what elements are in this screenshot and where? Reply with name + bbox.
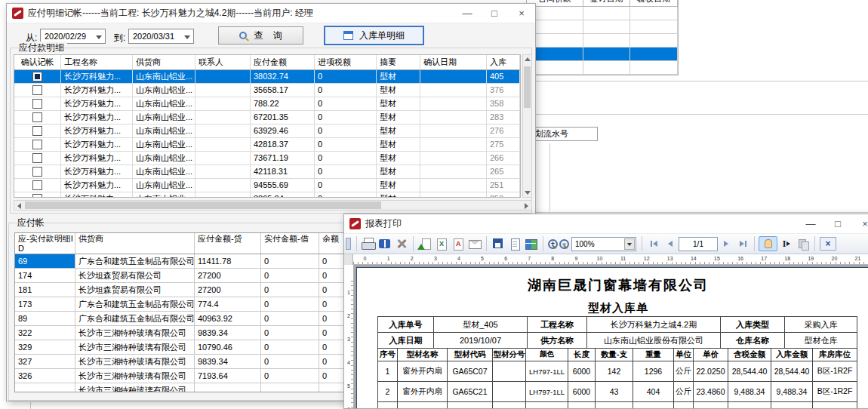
cell[interactable]: 174	[15, 269, 75, 282]
cell[interactable]: 788.22	[251, 97, 315, 110]
column-header[interactable]: 进项税额	[315, 55, 377, 69]
cell[interactable]	[420, 97, 487, 110]
cell[interactable]: 长沙市三湘特种玻璃有限公司	[75, 369, 195, 383]
cell[interactable]: 山东南山铝业...	[133, 84, 195, 97]
table-row[interactable]	[527, 48, 678, 61]
save-icon[interactable]	[491, 237, 506, 251]
cell[interactable]: 型材	[377, 125, 420, 137]
cell[interactable]: 0	[315, 179, 377, 192]
minimize-button[interactable]: —	[454, 4, 481, 23]
table-row[interactable]	[527, 7, 678, 20]
maximize-button[interactable]: □	[481, 4, 508, 23]
table-row[interactable]: 89 广东合和建筑五金制品有限公司 40963.92 0 0	[15, 312, 346, 326]
prev-page-button[interactable]	[662, 237, 679, 251]
cell[interactable]: 251	[487, 179, 520, 192]
table-row[interactable]: 174 长沙坦森贸易有限公司 27200 0 0	[15, 269, 346, 283]
cell[interactable]: 长沙万科魅力...	[61, 138, 133, 151]
cell[interactable]	[420, 165, 487, 178]
cell[interactable]: 长沙坦森贸易有限公司	[75, 283, 195, 297]
cell[interactable]: 0	[315, 165, 377, 178]
cell[interactable]	[420, 138, 487, 151]
zoom-out-icon[interactable]: −	[559, 239, 569, 249]
cell[interactable]: 山东南山铝业...	[133, 111, 195, 124]
cell[interactable]	[15, 383, 75, 392]
cell[interactable]: 358	[487, 97, 520, 110]
cell[interactable]: 0	[319, 312, 346, 325]
cell[interactable]: 长沙市三湘特种玻璃有限公司	[75, 355, 195, 368]
cell[interactable]: 40963.92	[195, 312, 261, 325]
cell[interactable]: 329	[15, 340, 75, 354]
cell[interactable]: 27200	[195, 283, 261, 297]
cell[interactable]	[195, 125, 251, 137]
table-row[interactable]: 329 长沙市三湘特种玻璃有限公司 10790.46 0 0	[15, 340, 346, 355]
column-header[interactable]: 应付金额-贷	[195, 233, 261, 254]
close-button[interactable]: ×	[851, 214, 868, 233]
cell[interactable]	[420, 125, 487, 137]
cell[interactable]: 0	[319, 369, 346, 383]
confirm-checkbox[interactable]	[32, 112, 42, 122]
cell[interactable]: 0	[319, 355, 346, 368]
table-row[interactable]: 322 长沙市三湘特种玻璃有限公司 9839.34 0 0	[15, 326, 346, 340]
column-header[interactable]: 应付金额	[251, 55, 315, 69]
cell[interactable]: 0	[315, 97, 377, 110]
cell[interactable]: 0	[261, 283, 319, 297]
cell[interactable]: 67201.35	[251, 111, 315, 124]
table-row[interactable]: 326 长沙市三湘特种玻璃有限公司 7193.64 0 0	[15, 369, 346, 383]
cell[interactable]: 10790.46	[195, 340, 261, 354]
confirm-checkbox[interactable]	[32, 153, 42, 163]
cell[interactable]: 山东南山铝业...	[133, 179, 195, 192]
cell[interactable]: 长沙万科魅力...	[61, 152, 133, 165]
cell[interactable]: 长沙万科魅力...	[61, 111, 133, 124]
cell[interactable]: 山东南山铝业...	[133, 152, 195, 165]
cell[interactable]: 7193.64	[195, 369, 261, 383]
horizontal-scrollbar[interactable]	[14, 200, 532, 211]
cell[interactable]	[420, 192, 487, 198]
cell[interactable]: 0	[319, 269, 346, 282]
cell[interactable]: 276	[487, 125, 520, 137]
cell[interactable]: 27200	[195, 269, 261, 282]
panel-icon[interactable]	[346, 238, 351, 250]
cell[interactable]	[195, 179, 251, 192]
last-page-button[interactable]	[734, 237, 751, 251]
column-header[interactable]: 确认日期	[420, 55, 487, 69]
cell[interactable]	[195, 192, 251, 198]
cell[interactable]: 型材	[377, 70, 420, 83]
table-row[interactable]: 长沙万科魅力... 山东南山铝业... 42818.37 0 型材 275	[14, 138, 520, 152]
column-header[interactable]: 摘要	[377, 55, 420, 69]
cell[interactable]: 0	[315, 192, 377, 198]
email-icon[interactable]	[467, 237, 482, 251]
cell[interactable]	[195, 97, 251, 110]
cell[interactable]: 山东南山铝业...	[133, 70, 195, 83]
cell[interactable]: 型材	[377, 165, 420, 178]
cell[interactable]: 山东南山铝业...	[133, 125, 195, 137]
cell[interactable]: 73671.19	[251, 152, 315, 165]
cell[interactable]: 0	[261, 254, 319, 268]
cell[interactable]	[195, 383, 261, 392]
table-row[interactable]: 长沙万科魅力... 山东南山铝业... 42118.31 0 型材 265	[14, 165, 520, 179]
column-header[interactable]: 联系人	[195, 55, 251, 69]
cell[interactable]: 山东南山铝业...	[133, 192, 195, 198]
table-row[interactable]: 长沙万科魅力... 山东南山铝业... 94555.69 0 型材 251	[14, 179, 520, 192]
confirm-checkbox[interactable]	[32, 180, 42, 190]
cell[interactable]: 0	[315, 70, 377, 83]
cell[interactable]: 广东合和建筑五金制品有限公司	[75, 297, 195, 311]
export-icon[interactable]	[417, 237, 432, 251]
cell[interactable]: 0	[319, 340, 346, 354]
table-row[interactable]: 长沙万科魅力... 山东南山铝业... 38032.74 0 型材 405	[14, 70, 520, 84]
table-row[interactable]	[527, 61, 678, 75]
cell[interactable]: 181	[15, 283, 75, 297]
cell[interactable]: 0	[315, 84, 377, 97]
cell[interactable]: 型材	[377, 138, 420, 151]
title-bar[interactable]: 报表打印 — □ ×	[344, 214, 868, 234]
cell[interactable]: 326	[15, 369, 75, 383]
copy-icon[interactable]	[796, 237, 811, 251]
cell[interactable]: 长沙万科魅力...	[61, 70, 133, 83]
cell[interactable]: 0	[319, 297, 346, 311]
column-header[interactable]: 实付金额-借	[261, 233, 319, 254]
column-header[interactable]: 余额	[319, 233, 346, 254]
scroll-down-icon[interactable]	[525, 191, 531, 195]
confirm-checkbox[interactable]	[32, 85, 42, 95]
maximize-button[interactable]: □	[824, 214, 851, 233]
cell[interactable]	[261, 383, 319, 392]
cell[interactable]: 327	[15, 355, 75, 368]
